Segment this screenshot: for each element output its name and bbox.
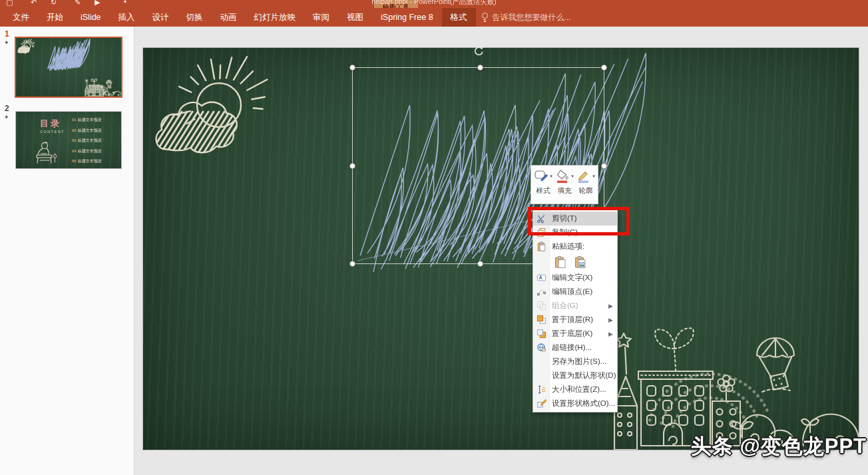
title-bar: ▢ ↶ ↻ ✎ ▶ ▾ 绘图工具 heiban.pptx - PowerPoin… (0, 0, 868, 8)
bring-front-icon (533, 315, 550, 325)
menu-item-edit-text[interactable]: 编辑文字(X) (533, 271, 617, 285)
ribbon-tab-insert[interactable]: 插入 (110, 8, 144, 27)
pen-icon[interactable]: ✎ (75, 0, 81, 7)
tell-me-label: 告诉我您想要做什么... (493, 12, 571, 23)
qat-dropdown-icon[interactable]: ▾ (124, 0, 126, 7)
ribbon-tab-design[interactable]: 设计 (144, 8, 178, 27)
slide-thumbnail-2[interactable]: 目录 CONTENT 01标题文本预设02标题文本预设03标题文本预设04标题文… (15, 111, 122, 169)
menu-item-edit-points[interactable]: 编辑顶点(E) (533, 285, 617, 299)
powerpoint-window: ▢ ↶ ↻ ✎ ▶ ▾ 绘图工具 heiban.pptx - PowerPoin… (0, 0, 868, 475)
ribbon-tab-bar: 文件开始iSlide插入设计切换动画幻灯片放映审阅视图iSpring Free … (0, 8, 868, 27)
resize-handle-1[interactable] (477, 65, 483, 71)
resize-handle-5[interactable] (349, 261, 355, 267)
submenu-arrow-icon: ▶ (608, 331, 617, 337)
paste-as-picture-button[interactable] (572, 255, 588, 270)
ribbon-tab-animations[interactable]: 动画 (212, 8, 246, 27)
toc-item: 01标题文本预设 (72, 117, 102, 128)
ribbon-tab-view[interactable]: 视图 (338, 8, 372, 27)
format-shape-icon (533, 398, 550, 408)
lightbulb-icon (481, 13, 489, 23)
toc-subtitle: CONTENT (40, 130, 65, 134)
toc-item: 03标题文本预设 (72, 138, 102, 148)
send-back-icon (533, 329, 550, 339)
slide-thumbnail-1[interactable] (15, 37, 122, 98)
ribbon-tabs: 文件开始iSlide插入设计切换动画幻灯片放映审阅视图iSpring Free … (4, 8, 476, 27)
slide-1-number: 1 (5, 29, 9, 39)
mini-toolbar-style-button[interactable]: ▾样式 (533, 168, 554, 202)
mini-toolbar-outline-button[interactable]: ▾轮廓 (575, 168, 596, 202)
toc-item: 04标题文本预设 (72, 148, 102, 159)
menu-item-paste-options[interactable]: 粘贴选项: (533, 239, 617, 253)
ribbon-tab-ispring-free-8[interactable]: iSpring Free 8 (372, 8, 442, 27)
save-icon[interactable]: ▢ (6, 0, 13, 7)
ribbon-tab-slideshow[interactable]: 幻灯片放映 (246, 8, 305, 27)
watermark-text: 头条 @变色龙PPT (691, 432, 867, 460)
shape-style-icon: ▾ (534, 168, 552, 185)
ribbon-tab-file[interactable]: 文件 (4, 8, 38, 27)
toc-title: 目录 (40, 118, 61, 130)
resize-handle-6[interactable] (477, 261, 483, 267)
edit-text-icon (533, 273, 550, 283)
size-position-icon (533, 385, 550, 395)
context-menu: 剪切(T)复制(C)粘贴选项:编辑文字(X)编辑顶点(E)组合(G)▶置于顶层(… (533, 210, 618, 412)
window-title: heiban.pptx - PowerPoint(产品激活失败) (371, 0, 496, 7)
menu-item-size-position[interactable]: 大小和位置(Z)... (533, 383, 617, 396)
menu-item-format-shape[interactable]: 设置形状格式(O)... (533, 396, 617, 410)
slide-canvas[interactable] (143, 48, 859, 450)
annotation-red-rectangle (528, 207, 630, 236)
paste-use-theme-button[interactable] (552, 255, 568, 270)
ribbon-tab-format[interactable]: 格式 (442, 8, 476, 27)
toc-items: 01标题文本预设02标题文本预设03标题文本预设04标题文本预设05标题文本预设 (72, 117, 102, 169)
slide-2-animation-star-icon: ✶ (4, 114, 9, 120)
redo-icon[interactable]: ↻ (51, 0, 57, 7)
menu-item-group[interactable]: 组合(G)▶ (533, 299, 617, 313)
submenu-arrow-icon: ▶ (608, 317, 617, 323)
resize-handle-2[interactable] (601, 65, 607, 71)
mini-toolbar: ▾样式▾填充▾轮廓 (531, 165, 598, 204)
menu-item-send-to-back[interactable]: 置于底层(K)▶ (533, 327, 617, 341)
ribbon-tab-review[interactable]: 审阅 (304, 8, 338, 27)
toc-item: 05标题文本预设 (72, 158, 102, 169)
slide-1-thumbnail-art (16, 38, 121, 96)
edit-points-icon (533, 287, 550, 297)
rotation-handle[interactable] (473, 45, 485, 57)
resize-handle-0[interactable] (349, 65, 355, 71)
toc-item: 02标题文本预设 (72, 128, 102, 138)
menu-item-save-as-picture[interactable]: 另存为图片(S)... (533, 355, 617, 369)
ribbon-tab-home[interactable]: 开始 (38, 8, 72, 27)
slide-thumbnail-panel: 1 ✶ 2 ✶ 目录 CONTENT 01标题文本预设02标题文本预设03标题文… (0, 27, 134, 475)
mini-toolbar-fill-button[interactable]: ▾填充 (554, 168, 575, 202)
resize-handle-3[interactable] (349, 163, 355, 169)
chalk-person-drawing (33, 140, 60, 164)
menu-item-set-default-shape[interactable]: 设置为默认形状(D) (533, 369, 617, 383)
menu-item-bring-to-front[interactable]: 置于顶层(R)▶ (533, 313, 617, 327)
start-slideshow-icon[interactable]: ▶ (95, 0, 100, 7)
work-area: 1 ✶ 2 ✶ 目录 CONTENT 01标题文本预设02标题文本预设03标题文… (0, 27, 868, 475)
fill-color-icon: ▾ (555, 168, 574, 185)
paste-icon (533, 241, 550, 251)
tell-me-box[interactable]: 告诉我您想要做什么... (481, 8, 571, 27)
paste-options-buttons (533, 253, 617, 271)
slide-2-number: 2 (5, 104, 9, 113)
hyperlink-icon (533, 343, 550, 353)
ribbon-tab-islide[interactable]: iSlide (72, 8, 110, 27)
resize-handle-4[interactable] (601, 163, 607, 169)
group-icon (533, 301, 550, 311)
slide-1-animation-star-icon: ✶ (4, 39, 9, 46)
menu-item-hyperlink[interactable]: 超链接(H)... (533, 341, 617, 355)
undo-icon[interactable]: ↶ (31, 0, 37, 7)
submenu-arrow-icon: ▶ (608, 303, 617, 309)
outline-color-icon: ▾ (576, 168, 595, 185)
ribbon-tab-transitions[interactable]: 切换 (178, 8, 212, 27)
